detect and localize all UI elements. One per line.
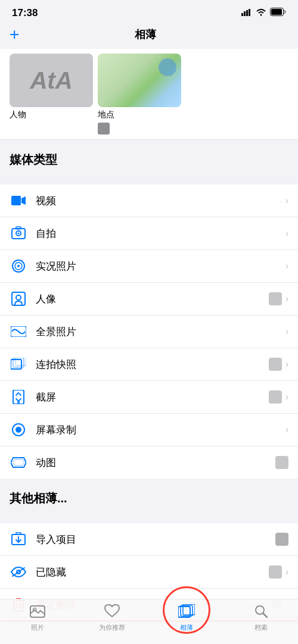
for-you-tab-icon: [104, 604, 120, 622]
burst-chevron: ›: [285, 359, 288, 370]
live-right: ›: [285, 261, 288, 271]
list-item[interactable]: 屏幕录制 ›: [0, 414, 298, 446]
list-item[interactable]: 人像 ›: [0, 283, 298, 315]
svg-rect-1: [244, 11, 246, 16]
svg-marker-7: [21, 196, 26, 205]
svg-point-16: [16, 295, 21, 300]
live-label: 实况照片: [36, 260, 285, 273]
hidden-badge: [269, 565, 282, 579]
gif-badge: [275, 456, 288, 469]
svg-rect-2: [246, 10, 248, 16]
nav-bar: + 相薄: [0, 23, 298, 49]
status-time: 17:38: [12, 7, 38, 19]
svg-point-24: [15, 427, 21, 433]
places-label: 地点: [98, 110, 181, 120]
places-thumbnail: [98, 54, 181, 107]
import-icon: [10, 530, 27, 548]
places-count-badge: [98, 123, 110, 135]
battery-icon: [270, 8, 286, 18]
screenshot-label: 截屏: [36, 390, 269, 404]
media-type-section: 媒体类型 视频 · ›: [0, 152, 298, 479]
selfie-chevron: ›: [285, 228, 288, 239]
hidden-right: ›: [269, 565, 288, 579]
search-tab-label: 档索: [254, 623, 268, 632]
video-chevron: ›: [285, 195, 288, 206]
panorama-label: 全景照片: [36, 325, 285, 339]
video-icon: [10, 192, 27, 210]
albums-tab-label: 相薄: [180, 623, 193, 632]
status-bar: 17:38: [0, 0, 298, 23]
screenshot-icon: [10, 388, 27, 406]
live-icon: [10, 257, 27, 275]
portrait-right: ›: [269, 292, 288, 305]
screen-record-chevron: ›: [285, 424, 288, 435]
svg-rect-5: [271, 9, 282, 15]
svg-rect-15: [12, 292, 25, 305]
top-thumbnail-row: AtA 人物 地点: [0, 49, 298, 140]
tab-photos[interactable]: 照片: [0, 604, 74, 632]
burst-badge: [269, 358, 282, 371]
portrait-icon: [10, 290, 27, 308]
burst-label: 连拍快照: [36, 358, 269, 371]
burst-icon: [10, 355, 27, 373]
portrait-chevron: ›: [285, 293, 288, 304]
other-albums-title: 其他相薄...: [0, 490, 298, 511]
selfie-label: 自拍: [36, 227, 285, 240]
screen-record-label: 屏幕录制: [36, 423, 285, 437]
portrait-badge: [269, 292, 282, 305]
list-item[interactable]: 动图: [0, 446, 298, 479]
video-right: · ›: [280, 195, 288, 206]
albums-tab-icon: [178, 604, 195, 622]
video-label: 视频: [36, 194, 280, 208]
media-type-list: 视频 · › 自拍 ›: [0, 185, 298, 479]
list-item[interactable]: 已隐藏 ›: [0, 556, 298, 589]
panorama-icon: [10, 323, 27, 340]
svg-point-14: [17, 265, 20, 267]
tab-bar: 照片 为你推荐 相薄 档索: [0, 599, 298, 644]
import-label: 导入项目: [36, 533, 275, 546]
screenshot-badge: [269, 390, 282, 404]
import-right: [275, 533, 288, 546]
signal-icon: [241, 8, 252, 18]
media-type-title: 媒体类型: [0, 152, 298, 173]
hidden-label: 已隐藏: [36, 565, 269, 579]
people-label: 人物: [10, 110, 93, 120]
svg-marker-25: [11, 458, 26, 467]
status-icons: [241, 8, 286, 18]
hidden-chevron: ›: [285, 567, 288, 577]
list-item[interactable]: 实况照片 ›: [0, 250, 298, 283]
svg-rect-0: [241, 13, 243, 16]
svg-rect-3: [249, 9, 250, 16]
places-album-item[interactable]: 地点: [98, 54, 181, 135]
people-album-item[interactable]: AtA 人物: [10, 54, 93, 135]
list-item[interactable]: 全景照片 ›: [0, 315, 298, 348]
list-item[interactable]: 导入项目: [0, 523, 298, 556]
screen-record-icon: [10, 421, 27, 439]
add-button[interactable]: +: [10, 25, 19, 44]
photos-tab-icon: [30, 604, 45, 622]
live-chevron: ›: [285, 261, 288, 271]
panorama-chevron: ›: [285, 326, 288, 337]
for-you-tab-label: 为你推荐: [99, 623, 125, 632]
list-item[interactable]: 视频 · ›: [0, 185, 298, 217]
tab-search[interactable]: 档索: [224, 604, 298, 632]
gif-icon: [10, 454, 27, 471]
panorama-right: ›: [285, 326, 288, 337]
tab-albums[interactable]: 相薄: [149, 604, 224, 632]
screenshot-right: ›: [269, 390, 288, 404]
screen-record-right: ›: [285, 424, 288, 435]
import-badge: [275, 533, 288, 546]
list-item[interactable]: 连拍快照 ›: [0, 348, 298, 381]
svg-rect-21: [13, 390, 24, 404]
list-item[interactable]: 自拍 ›: [0, 217, 298, 250]
list-item[interactable]: 截屏 ›: [0, 381, 298, 414]
portrait-label: 人像: [36, 292, 269, 306]
people-thumbnail: AtA: [10, 54, 93, 107]
tab-for-you[interactable]: 为你推荐: [74, 604, 149, 632]
nav-title: 相薄: [135, 27, 156, 42]
screenshot-chevron: ›: [285, 392, 288, 402]
photos-tab-label: 照片: [31, 623, 44, 632]
selfie-icon: [10, 224, 27, 242]
selfie-right: ›: [285, 228, 288, 239]
gif-right: [275, 456, 288, 469]
